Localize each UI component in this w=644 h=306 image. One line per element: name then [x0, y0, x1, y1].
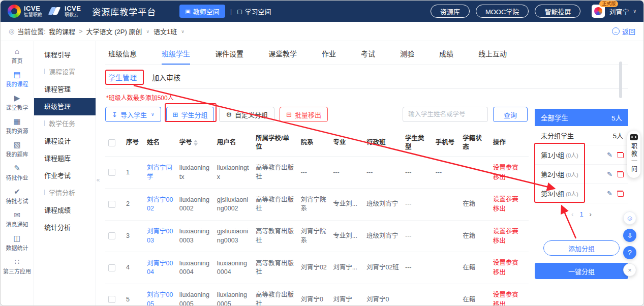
- group-row[interactable]: 第2小组(0人) ✎: [535, 165, 628, 184]
- edit-group-icon[interactable]: ✎: [607, 171, 612, 177]
- tab[interactable]: 测验: [400, 48, 414, 58]
- user-area[interactable]: 正式版 刘宵宁 ∨: [592, 5, 636, 18]
- collapse-menu-icon[interactable]: «: [96, 172, 102, 188]
- tab[interactable]: 作业: [322, 48, 336, 58]
- sidebar-item[interactable]: ✔ 待批考试: [1, 185, 34, 208]
- delete-group-icon[interactable]: [617, 151, 623, 158]
- ai-assistant-icon[interactable]: ☺: [623, 211, 636, 225]
- close-float-icon[interactable]: ×: [623, 263, 636, 277]
- student-name-link[interactable]: 刘宵宁0005: [147, 291, 173, 305]
- course-menu-item[interactable]: 学情分析: [34, 185, 96, 202]
- set-contest-link[interactable]: 设置参赛: [493, 195, 526, 204]
- student-name-link[interactable]: 刘宵宁0003: [147, 228, 173, 244]
- class-dropdown-caret-icon[interactable]: ∨: [181, 29, 185, 34]
- remove-student-link[interactable]: 移出: [493, 268, 526, 278]
- download-icon[interactable]: ⇩: [623, 229, 636, 242]
- breadcrumb-my-courses[interactable]: 我的课程: [49, 26, 75, 36]
- teacher-space-label: 教师空间: [193, 7, 220, 16]
- course-menu-item[interactable]: 教学任务: [34, 115, 96, 133]
- content-scrollbar[interactable]: [619, 62, 622, 98]
- row-checkbox[interactable]: [108, 296, 115, 303]
- qa-assistant-widget[interactable]: 职教一问: [627, 131, 640, 178]
- subtab[interactable]: 加入审核: [152, 72, 180, 82]
- prev-page-icon[interactable]: ‹: [571, 210, 573, 218]
- remove-student-link[interactable]: 移出: [493, 300, 526, 306]
- remove-student-link[interactable]: 移出: [493, 236, 526, 246]
- sidebar-item[interactable]: ▦ 我的资源: [1, 114, 34, 138]
- sidebar-item[interactable]: ⌂ 首页: [1, 44, 34, 68]
- student-search-input[interactable]: [403, 107, 488, 122]
- tab[interactable]: 考试: [361, 48, 375, 58]
- sidebar-item[interactable]: ▧ 我的题库: [1, 138, 34, 161]
- course-menu-item[interactable]: 作业考试: [34, 167, 96, 185]
- all-students-header[interactable]: 全部学生 5人: [535, 109, 628, 126]
- course-menu-item[interactable]: 课程设计: [34, 133, 96, 150]
- search-button[interactable]: 查询: [493, 107, 528, 122]
- row-checkbox[interactable]: [108, 232, 115, 239]
- breadcrumb-class-name[interactable]: 语文1班: [154, 26, 177, 36]
- student-name-link[interactable]: 刘宵宁同学: [147, 164, 172, 180]
- course-menu-item[interactable]: 课程成绩: [34, 202, 96, 219]
- header-pill-button[interactable]: 智能投屏: [535, 5, 580, 18]
- breadcrumb-course-name[interactable]: 大学语文 (2P) 原创: [86, 26, 142, 36]
- course-menu-item[interactable]: 课程引导: [34, 46, 96, 64]
- cell-major: 刘宵宁...: [330, 252, 363, 284]
- student-grouping-button[interactable]: ⊞ 学生分组: [166, 107, 214, 122]
- sidebar-item[interactable]: ◫ 数据统计: [1, 231, 34, 255]
- sidebar-item[interactable]: ▤ 我的课程: [1, 68, 34, 91]
- remove-student-link[interactable]: 移出: [493, 204, 526, 214]
- course-menu-item[interactable]: 统计分析: [34, 219, 96, 236]
- current-page[interactable]: 1: [579, 210, 583, 218]
- course-dropdown-caret-icon[interactable]: ∨: [146, 29, 149, 34]
- row-checkbox[interactable]: [108, 201, 115, 208]
- sort-icon[interactable]: [194, 140, 198, 146]
- one-click-group-button[interactable]: 一键分组: [535, 263, 628, 279]
- group-row[interactable]: 第1小组(0人) ✎: [535, 145, 628, 165]
- back-button[interactable]: ← 返回: [612, 26, 635, 36]
- batch-remove-button[interactable]: ⊟ 批量移出: [280, 107, 328, 122]
- edit-group-icon[interactable]: ✎: [607, 151, 612, 158]
- delete-group-icon[interactable]: [617, 171, 623, 177]
- row-checkbox[interactable]: [108, 264, 115, 271]
- course-menu-item[interactable]: 班级管理: [34, 98, 96, 115]
- tab[interactable]: 成绩: [439, 48, 453, 58]
- header-pill-button[interactable]: 资源库: [431, 5, 470, 18]
- set-contest-link[interactable]: 设置参赛: [493, 290, 526, 300]
- add-group-button[interactable]: 添加分组: [543, 240, 620, 256]
- sidebar-item-icon: ✎: [14, 164, 20, 172]
- student-name-link[interactable]: 刘宵宁0004: [147, 260, 173, 276]
- row-checkbox[interactable]: [108, 169, 115, 176]
- tab[interactable]: 课堂教学: [268, 48, 297, 58]
- sidebar-item[interactable]: ✉ 消息通知: [1, 208, 34, 231]
- tab[interactable]: 班级信息: [108, 48, 137, 58]
- tab[interactable]: 线上互动: [478, 48, 507, 58]
- course-menu-item[interactable]: 课程题库: [34, 150, 96, 167]
- group-row[interactable]: 第3小组(0人) ✎: [535, 184, 628, 203]
- help-icon[interactable]: ?: [623, 246, 636, 259]
- set-contest-link[interactable]: 设置参赛: [493, 258, 526, 268]
- delete-group-icon[interactable]: [617, 190, 623, 197]
- sidebar-item[interactable]: ▶ 课堂教学: [1, 91, 34, 114]
- subtab[interactable]: 学生管理: [108, 72, 137, 82]
- set-contest-link[interactable]: 设置参赛: [493, 163, 526, 173]
- teacher-space-button[interactable]: ▣ 教师空间: [179, 5, 225, 18]
- tab[interactable]: 课件设置: [215, 48, 243, 58]
- tab[interactable]: 班级学生: [162, 48, 190, 58]
- ungrouped-students-row[interactable]: 未分组学生 5人: [535, 126, 628, 145]
- edit-group-icon[interactable]: ✎: [607, 190, 612, 197]
- select-all-checkbox[interactable]: [108, 139, 115, 146]
- header-pill-button[interactable]: MOOC学院: [476, 5, 529, 18]
- student-space-button[interactable]: ▢ 学习空间: [237, 7, 271, 16]
- student-name-link[interactable]: 刘宵宁0002: [147, 196, 173, 212]
- course-menu-item[interactable]: 课程设置: [34, 64, 96, 81]
- remove-student-link[interactable]: 移出: [493, 173, 526, 182]
- import-students-button[interactable]: ↧ 导入学生 ∨: [105, 107, 161, 122]
- sidebar-item[interactable]: ∷ 第三方应用: [1, 255, 34, 278]
- set-contest-link[interactable]: 设置参赛: [493, 227, 526, 236]
- course-menu-item[interactable]: 课程管理: [34, 81, 96, 98]
- cell-index: 1: [123, 157, 144, 189]
- next-page-icon[interactable]: ›: [590, 210, 592, 218]
- sidebar-item[interactable]: ✎ 待批作业: [1, 161, 34, 185]
- sidebar-item-label: 数据统计: [6, 243, 28, 252]
- custom-grouping-button[interactable]: ⚙ 自定义分组: [219, 107, 274, 122]
